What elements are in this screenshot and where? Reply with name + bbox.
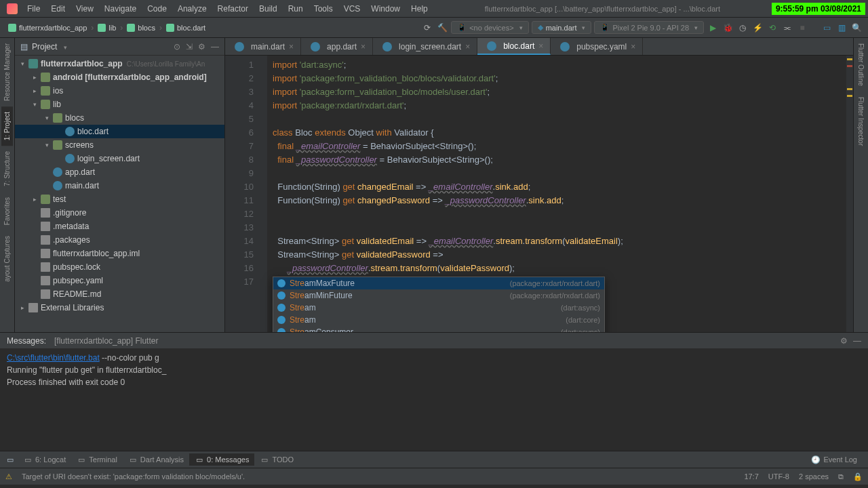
left-tab[interactable]: 1: Project <box>1 106 13 146</box>
menu-run[interactable]: Run <box>283 2 309 16</box>
project-view-selector[interactable] <box>61 42 67 52</box>
lock-icon[interactable]: 🔒 <box>853 472 863 481</box>
menu-view[interactable]: View <box>71 2 99 16</box>
messages-body[interactable]: C:\src\flutter\bin\flutter.bat --no-colo… <box>0 349 868 451</box>
code-line[interactable] <box>267 113 846 126</box>
profile-icon[interactable]: ◷ <box>736 22 749 34</box>
close-icon[interactable]: × <box>361 42 366 52</box>
debug-icon[interactable]: 🐞 <box>722 22 734 34</box>
tree-row[interactable]: ▸ios <box>15 84 224 98</box>
gear-icon[interactable]: ⚙ <box>840 336 848 346</box>
breadcrumb-seg[interactable]: bloc.dart <box>163 22 208 33</box>
code-line[interactable]: import 'package:rxdart/rxdart.dart'; <box>267 99 846 113</box>
menu-refactor[interactable]: Refactor <box>212 2 254 16</box>
tree-row[interactable]: ▾blocs <box>15 111 224 125</box>
caret-position[interactable]: 17:7 <box>744 472 758 481</box>
tree-row[interactable]: .metadata <box>15 220 224 233</box>
autocomplete-item[interactable]: StreamConsumer(dart:async) <box>273 326 604 332</box>
autocomplete-item[interactable]: StreamMaxFuture(package:rxdart/rxdart.da… <box>273 277 604 289</box>
left-tab[interactable]: Resource Manager <box>1 38 13 106</box>
menu-code[interactable]: Code <box>142 2 172 16</box>
tree-row[interactable]: ▾lib <box>15 98 224 111</box>
breadcrumb-seg[interactable]: flutterrxdartbloc_app <box>5 22 90 33</box>
tree-row[interactable]: README.md <box>15 287 224 301</box>
tree-row[interactable]: pubspec.lock <box>15 260 224 274</box>
event-log-button[interactable]: 🕘 Event Log <box>806 454 863 466</box>
hammer-icon[interactable]: 🔨 <box>436 22 448 34</box>
autocomplete-item[interactable]: Stream(dart:async) <box>273 302 604 314</box>
code-area[interactable]: import 'dart:async';import 'package:form… <box>267 56 846 332</box>
menu-navigate[interactable]: Navigate <box>99 2 142 16</box>
tree-row[interactable]: ▸test <box>15 192 224 206</box>
tree-row[interactable]: pubspec.yaml <box>15 274 224 287</box>
editor-tab[interactable]: pubspec.yaml× <box>551 38 643 55</box>
tool-window-icon[interactable]: ▭ <box>5 455 15 464</box>
code-line[interactable] <box>267 221 846 235</box>
code-line[interactable]: class Bloc extends Object with Validator… <box>267 126 846 140</box>
breadcrumb-seg[interactable]: lib <box>95 22 119 33</box>
editor-body[interactable]: 1234567891011121314151617 import 'dart:a… <box>225 56 853 332</box>
left-tab[interactable]: Favorites <box>1 192 13 230</box>
code-line[interactable]: import 'package:form_validation_bloc/mod… <box>267 85 846 99</box>
run-icon[interactable]: ▶ <box>707 22 719 34</box>
autocomplete-item[interactable]: StreamMinFuture(package:rxdart/rxdart.da… <box>273 289 604 302</box>
sdk-icon[interactable]: ▥ <box>835 22 848 34</box>
tree-row[interactable]: app.dart <box>15 165 224 179</box>
close-icon[interactable]: × <box>465 42 470 52</box>
autocomplete-popup[interactable]: StreamMaxFuture(package:rxdart/rxdart.da… <box>273 277 605 332</box>
tree-row[interactable]: main.dart <box>15 179 224 192</box>
hot-restart-icon[interactable]: ⟲ <box>766 22 778 34</box>
locate-icon[interactable]: ⊙ <box>174 42 180 52</box>
encoding[interactable]: UTF-8 <box>768 472 789 481</box>
code-line[interactable] <box>267 207 846 221</box>
menu-window[interactable]: Window <box>366 2 406 16</box>
tree-row[interactable]: ▸android [flutterrxdartbloc_app_android] <box>15 70 224 84</box>
code-line[interactable]: Stream<String> get validatedEmail => _em… <box>267 235 846 248</box>
code-line[interactable]: _passwordController.stream.transform(val… <box>267 262 846 275</box>
bottom-tool-tab[interactable]: ▭Dart Analysis <box>123 453 189 466</box>
stop-icon[interactable]: ■ <box>796 22 808 34</box>
bottom-tool-tab[interactable]: ▭Terminal <box>71 453 123 466</box>
search-icon[interactable]: 🔍 <box>850 22 863 34</box>
menu-tools[interactable]: Tools <box>309 2 338 16</box>
hot-reload-icon[interactable]: ⚡ <box>751 22 764 34</box>
message-link[interactable]: C:\src\flutter\bin\flutter.bat <box>7 353 100 363</box>
minimize-icon[interactable]: — <box>211 42 219 52</box>
error-stripe[interactable] <box>846 56 853 332</box>
bottom-tool-tab[interactable]: ▭6: Logcat <box>18 453 71 466</box>
context-icon[interactable]: ⧉ <box>838 472 844 481</box>
code-line[interactable] <box>267 167 846 180</box>
editor-tab[interactable]: app.dart× <box>301 38 373 55</box>
tree-row[interactable]: .packages <box>15 233 224 247</box>
bottom-tool-tab[interactable]: ▭TODO <box>254 453 299 466</box>
close-icon[interactable]: × <box>538 41 543 51</box>
right-tab[interactable]: Flutter Inspector <box>855 92 867 151</box>
warning-icon[interactable]: ⚠ <box>5 472 12 481</box>
tree-row[interactable]: ▾flutterrxdartbloc_appC:\Users\Lorilla F… <box>15 57 224 70</box>
breadcrumb-seg[interactable]: blocs <box>124 22 158 33</box>
bottom-tool-tab[interactable]: ▭0: Messages <box>189 453 254 466</box>
minimize-icon[interactable]: — <box>853 336 861 346</box>
tree-row[interactable]: .gitignore <box>15 206 224 220</box>
editor-tab[interactable]: main.dart× <box>225 38 301 55</box>
editor-tab[interactable]: bloc.dart× <box>477 38 551 55</box>
tree-row[interactable]: ▸External Libraries <box>15 301 224 314</box>
menu-help[interactable]: Help <box>406 2 433 16</box>
menu-build[interactable]: Build <box>254 2 283 16</box>
tree-row[interactable]: flutterrxdartbloc_app.iml <box>15 247 224 260</box>
menu-file[interactable]: File <box>22 2 45 16</box>
expand-icon[interactable]: ⇲ <box>186 42 193 52</box>
gear-icon[interactable]: ⚙ <box>198 42 205 52</box>
code-line[interactable]: final _passwordController = BehaviorSubj… <box>267 153 846 167</box>
code-line[interactable]: Function(String) get changedPassword => … <box>267 194 846 207</box>
run-config-selector[interactable]: ◆ main.dart <box>532 21 592 34</box>
left-tab[interactable]: 7: Structure <box>1 146 13 192</box>
menu-vcs[interactable]: VCS <box>338 2 366 16</box>
menu-analyze[interactable]: Analyze <box>172 2 212 16</box>
indent-info[interactable]: 2 spaces <box>799 472 829 481</box>
code-line[interactable]: import 'package:form_validation_bloc/blo… <box>267 72 846 85</box>
left-tab[interactable]: ayout Captures <box>1 230 13 287</box>
code-line[interactable]: import 'dart:async'; <box>267 58 846 72</box>
close-icon[interactable]: × <box>631 42 635 52</box>
tree-row[interactable]: ▾screens <box>15 138 224 152</box>
